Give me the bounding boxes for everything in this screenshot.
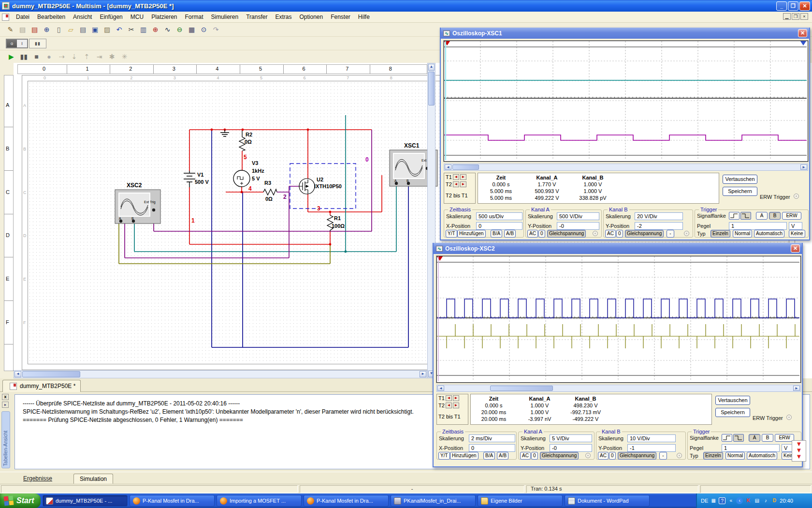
xsc1-b-zero-button[interactable]: 0 (616, 230, 623, 238)
oscilloscope-xsc1-window[interactable]: ∿ Oszilloskop-XSC1 ✕ ◄ ► T1◄► T2◄► T2 bi… (440, 28, 810, 240)
minimize-button[interactable]: _ (776, 1, 787, 11)
menu-item[interactable]: Hilfe (354, 12, 374, 22)
mdi-restore-icon[interactable]: ❒ (792, 13, 799, 20)
panel-close-icon[interactable]: x (2, 394, 9, 400)
stop-icon[interactable]: ■ (31, 51, 42, 62)
xsc1-close-icon[interactable]: ✕ (798, 29, 807, 37)
taskbar-button[interactable]: dummy_MTB2P50E - ... (43, 495, 128, 507)
resistor-r3[interactable] (263, 189, 277, 195)
xsc1-pegel-unit-field[interactable]: V (789, 222, 802, 230)
menu-item[interactable]: Bearbeiten (33, 12, 69, 22)
document-tab[interactable]: dummy_MTB2P50E * (2, 380, 81, 392)
antivirus-icon[interactable]: K (745, 497, 752, 504)
xsc2-ab-button[interactable]: A/B (497, 452, 508, 460)
source-v3[interactable] (233, 170, 250, 187)
xsc2-typ-normal-button[interactable]: Normal (725, 452, 745, 460)
xsc1-timebase-scale-field[interactable]: 500 us/Div (476, 212, 522, 220)
panel-expand-icon[interactable]: ▸ (2, 402, 9, 408)
xsc1-typ-normal-button[interactable]: Normal (733, 230, 752, 238)
xsc2-titlebar[interactable]: ∿ Oszilloskop-XSC2 ✕ (434, 243, 802, 254)
zoom-area-icon[interactable]: ⊙ (198, 24, 209, 35)
xsc1-typ-automatisch-button[interactable]: Automatisch (754, 230, 784, 238)
xsc1-rising-edge-icon[interactable] (729, 212, 740, 220)
simulation-power-switch[interactable]: o I (6, 39, 28, 48)
xsc2-ba-button[interactable]: B/A (483, 452, 495, 460)
new-file-icon[interactable]: ▯ (53, 24, 64, 35)
grapher-icon[interactable]: ∿ (162, 24, 173, 35)
xsc2-plot-scrollbar[interactable]: ◄ ► (436, 385, 801, 392)
xsc2-xposition-field[interactable]: 0 (469, 444, 515, 452)
xsc1-a-dc-button[interactable]: Gleichspannung (547, 230, 586, 238)
xsc1-channel-a-ypos-field[interactable]: -0 (557, 222, 599, 230)
clock[interactable]: 20:40 (780, 498, 793, 504)
tab-simulation[interactable]: Simulation (73, 474, 113, 484)
volume-icon[interactable]: ♪ (762, 497, 769, 504)
taskbar-button[interactable]: P-Kanal Mosfet in Dra... (130, 495, 215, 507)
xsc2-b-zero-button[interactable]: 0 (609, 452, 616, 460)
menu-item[interactable]: Optionen (295, 12, 327, 22)
spreadsheet-icon[interactable]: ▦ (186, 24, 197, 35)
remove-breakpoint-icon[interactable]: ✳ (119, 51, 130, 62)
t2-left-icon[interactable]: ◄ (453, 181, 459, 187)
menu-item[interactable]: Simulieren (207, 12, 243, 22)
xsc2-pegel-field[interactable]: 1 (722, 444, 780, 452)
menu-item[interactable]: Fenster (327, 12, 354, 22)
xsc1-speichern-button[interactable]: Speichern (723, 187, 757, 196)
xsc1-titlebar[interactable]: ∿ Oszilloskop-XSC1 ✕ (441, 28, 809, 39)
xsc1-hinzufuegen-button[interactable]: Hinzufügen (457, 230, 486, 238)
taskbar-button[interactable]: PKanalMosfet_in_Drai... (391, 495, 476, 507)
start-button[interactable]: Start (0, 493, 41, 508)
xsc2-typ-einzeln-button[interactable]: Einzeln (703, 452, 723, 460)
xsc2-channel-b-ypos-field[interactable]: -1 (627, 444, 676, 452)
xsc1-typ-keine-button[interactable]: Keine (789, 230, 805, 238)
xsc1-xposition-field[interactable]: 0 (476, 222, 522, 230)
updater-icon[interactable]: D (771, 497, 778, 504)
xsc1-plot-scrollbar[interactable]: ◄ ► (444, 164, 808, 171)
xsc2-close-icon[interactable]: ✕ (791, 244, 800, 253)
xsc2-a-dc-button[interactable]: Gleichspannung (540, 452, 579, 460)
xsc1-b-ac-button[interactable]: AC (605, 230, 616, 238)
xsc1-vertauschen-button[interactable]: Vertauschen (723, 175, 757, 184)
print-icon[interactable]: ▤ (77, 24, 88, 35)
export-icon[interactable]: ▤ (29, 24, 40, 35)
xsc1-a-zero-button[interactable]: 0 (538, 230, 545, 238)
menu-item[interactable]: Platzieren (147, 12, 181, 22)
taskbar-button[interactable]: Eigene Bilder (478, 495, 563, 507)
xsc1-channel-b-scale-field[interactable]: 20 V/Div (635, 212, 683, 220)
language-indicator[interactable]: DE (701, 498, 708, 504)
ground-symbol[interactable] (220, 130, 229, 136)
xsc2-timebase-scale-field[interactable]: 2 ms/Div (469, 434, 515, 442)
xsc1-trigger-b-button[interactable]: B (769, 212, 781, 220)
mdi-minimize-icon[interactable]: ▁ (783, 13, 791, 20)
help-icon[interactable]: ? (719, 497, 725, 504)
xsc1-yt-button[interactable]: Y/T (446, 230, 457, 238)
xsc2-b-dc-button[interactable]: Gleichspannung (618, 452, 656, 460)
xsc2-erw-trigger-radio[interactable] (786, 415, 792, 420)
t1-left-icon[interactable]: ◄ (446, 395, 452, 401)
network-icon[interactable]: ▤ (754, 497, 760, 504)
xsc1-typ-einzeln-button[interactable]: Einzeln (710, 230, 730, 238)
hide-icons-icon[interactable]: « (727, 497, 734, 504)
record-icon[interactable]: ● (44, 51, 55, 62)
step-out-icon[interactable]: ⇡ (81, 51, 92, 62)
xsc1-b-dc-button[interactable]: Gleichspannung (625, 230, 664, 238)
xsc1-b-minus-button[interactable]: - (667, 230, 674, 238)
undo-icon[interactable]: ↶ (114, 24, 125, 35)
xsc2-channel-a-ypos-field[interactable]: -0 (550, 444, 592, 452)
menu-item[interactable]: Extras (271, 12, 295, 22)
xsc1-channel-b-ypos-field[interactable]: -2 (635, 222, 683, 230)
menu-item[interactable]: Format (181, 12, 207, 22)
canvas-horizontal-scrollbar[interactable]: ◄ ► (14, 370, 427, 378)
tab-ergebnisse[interactable]: Ergebnisse (17, 474, 58, 484)
xsc2-b-minus-button[interactable]: - (659, 452, 667, 460)
menu-item[interactable]: Transfer (242, 12, 271, 22)
xsc2-channel-b-scale-field[interactable]: 10 V/Div (627, 434, 676, 442)
close-button[interactable]: ✕ (799, 1, 810, 11)
xsc1-trigger-a-button[interactable]: A (756, 212, 768, 220)
xsc2-trigger-erw-button[interactable]: ERW (775, 434, 794, 442)
xsc1-channel-a-scale-field[interactable]: 500 V/Div (557, 212, 599, 220)
xsc2-typ-automatisch-button[interactable]: Automatisch (747, 452, 777, 460)
copy-icon[interactable]: ▥ (138, 24, 149, 35)
red-wires[interactable] (189, 130, 382, 244)
save-icon[interactable]: ▣ (89, 24, 101, 35)
